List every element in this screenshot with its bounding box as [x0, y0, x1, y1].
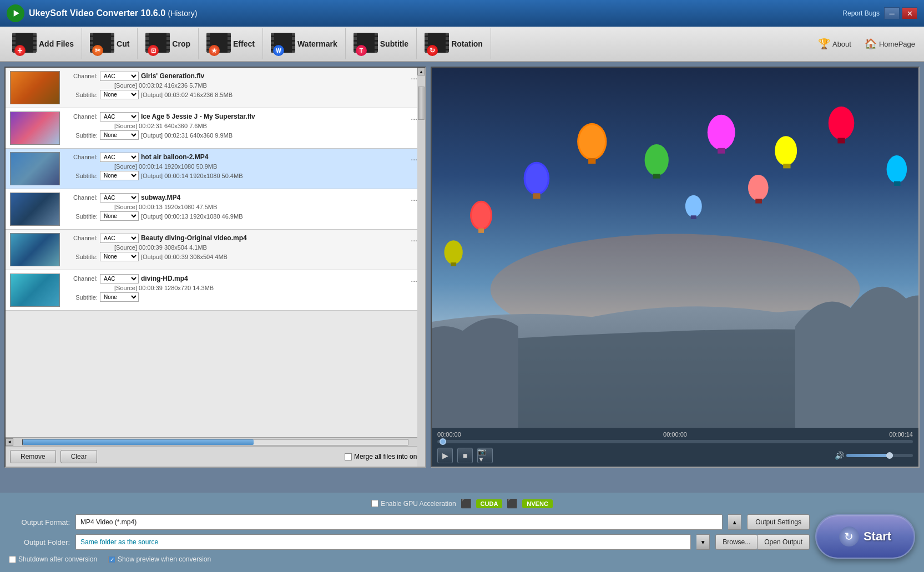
screenshot-button[interactable]: 📷▼: [477, 448, 493, 463]
playback-controls: ▶ ■ 📷▼ 🔊: [437, 448, 913, 463]
channel-select-1[interactable]: AAC: [100, 72, 139, 81]
file-meta-6: Channel: AAC diving-HD.mp4 [Source] 00:0…: [70, 274, 403, 303]
file-thumbnail-5: [10, 233, 60, 266]
channel-row-6: Channel: AAC diving-HD.mp4: [70, 274, 403, 284]
output-folder-field[interactable]: Same folder as the source: [75, 534, 691, 550]
gpu-label: Enable GPU Acceleration: [381, 500, 456, 508]
horizontal-scrollbar[interactable]: [22, 439, 408, 446]
nvidia-logo2-icon: ⬛: [507, 498, 518, 509]
channel-row-3: Channel: AAC hot air balloon-2.MP4: [70, 152, 403, 162]
merge-checkbox[interactable]: [345, 453, 352, 460]
shutdown-option: Shutdown after conversion: [9, 555, 97, 563]
svg-point-24: [748, 175, 769, 201]
channel-row-2: Channel: AAC Ice Age 5 Jessie J - My Sup…: [70, 112, 403, 122]
file-meta-2: Channel: AAC Ice Age 5 Jessie J - My Sup…: [70, 112, 403, 141]
rotation-button[interactable]: ↻ Rotation: [417, 28, 491, 59]
report-bugs-link[interactable]: Report Bugs: [842, 9, 880, 17]
channel-select-2[interactable]: AAC: [100, 112, 139, 122]
show-preview-checkbox[interactable]: [108, 556, 115, 563]
channel-select-5[interactable]: AAC: [100, 234, 139, 243]
channel-select-6[interactable]: AAC: [100, 274, 139, 284]
browse-button[interactable]: Browse...: [715, 534, 758, 550]
subtitle-icon: T: [356, 45, 367, 56]
source-info-4: [Source] 00:00:13 1920x1080 47.5MB: [114, 204, 217, 210]
file-item-1[interactable]: Channel: AAC Girls' Generation.flv [Sour…: [6, 68, 425, 108]
output-folder-dropdown-btn[interactable]: ▼: [696, 534, 710, 550]
close-button[interactable]: ✕: [902, 7, 917, 19]
start-label: Start: [864, 529, 891, 544]
start-icon: ↻: [839, 527, 859, 546]
svg-rect-25: [755, 199, 762, 203]
output-settings-button[interactable]: Output Settings: [747, 514, 810, 530]
minimize-button[interactable]: ─: [884, 7, 900, 19]
file-item-5[interactable]: Channel: AAC Beauty diving-Original vide…: [6, 230, 425, 270]
remove-button[interactable]: Remove: [10, 450, 56, 463]
stop-button[interactable]: ■: [457, 448, 473, 463]
merge-label: Merge all files into one: [354, 453, 421, 460]
filename-1: Girls' Generation.flv: [141, 71, 204, 81]
cut-button[interactable]: ✂ Cut: [82, 28, 138, 59]
title-bar: UkeySoft Video Converter 10.6.0 (History…: [0, 0, 924, 27]
output-format-field[interactable]: MP4 Video (*.mp4): [75, 514, 723, 530]
start-button[interactable]: ↻ Start: [815, 514, 915, 559]
app-title: UkeySoft Video Converter 10.6.0 (History…: [29, 8, 842, 18]
watermark-button[interactable]: W Watermark: [263, 28, 346, 59]
channel-select-4[interactable]: AAC: [100, 193, 139, 203]
effect-label: Effect: [233, 39, 255, 48]
channel-row-1: Channel: AAC Girls' Generation.flv: [70, 71, 403, 81]
file-meta-3: Channel: AAC hot air balloon-2.MP4 [Sour…: [70, 152, 403, 181]
subtitle-select-3[interactable]: None: [100, 171, 139, 180]
subtitle-select-1[interactable]: None: [100, 90, 139, 99]
merge-check-container: Merge all files into one: [345, 453, 421, 460]
svg-rect-27: [691, 215, 696, 219]
channel-row-5: Channel: AAC Beauty diving-Original vide…: [70, 233, 403, 243]
homepage-button[interactable]: 🏠 HomePage: [860, 36, 920, 52]
bottom-bar: Enable GPU Acceleration ⬛ CUDA ⬛ NVENC O…: [0, 493, 924, 572]
scroll-thumb[interactable]: [418, 87, 425, 120]
gpu-checkbox[interactable]: [371, 500, 378, 507]
vertical-scrollbar[interactable]: ▲: [417, 68, 425, 467]
subtitle-select-6[interactable]: None: [100, 292, 139, 302]
about-button[interactable]: 🏆 About: [814, 36, 856, 52]
subtitle-row-4: Subtitle: None [Output] 00:00:13 1920x10…: [70, 211, 403, 221]
add-files-button[interactable]: + Add Files: [4, 28, 82, 59]
svg-point-4: [472, 203, 490, 229]
subtitle-select-2[interactable]: None: [100, 130, 139, 140]
file-list-scroll[interactable]: Channel: AAC Girls' Generation.flv [Sour…: [6, 68, 425, 437]
subtitle-select-5[interactable]: None: [100, 252, 139, 261]
scissors-icon: ✂: [92, 45, 103, 56]
crop-button[interactable]: ⊡ Crop: [138, 28, 199, 59]
channel-select-3[interactable]: AAC: [100, 153, 139, 162]
subtitle-select-4[interactable]: None: [100, 211, 139, 221]
filename-6: diving-HD.mp4: [141, 274, 188, 284]
subtitle-button[interactable]: T Subtitle: [346, 28, 417, 59]
crop-icon: ⊡: [148, 45, 159, 56]
output-rows: Output Format: MP4 Video (*.mp4) ▲ Outpu…: [9, 514, 810, 550]
file-item-4[interactable]: Channel: AAC subway.MP4 [Source] 00:00:1…: [6, 189, 425, 230]
volume-bar[interactable]: [846, 454, 913, 457]
seek-bar[interactable]: [437, 440, 913, 443]
preview-image: [432, 68, 918, 428]
file-item-3[interactable]: Channel: AAC hot air balloon-2.MP4 [Sour…: [6, 149, 425, 189]
source-info-3: [Source] 00:00:14 1920x1080 50.9MB: [114, 163, 217, 170]
subtitle-row-1: Subtitle: None [Output] 00:03:02 416x236…: [70, 90, 403, 99]
file-item-6[interactable]: Channel: AAC diving-HD.mp4 [Source] 00:0…: [6, 270, 425, 311]
channel-row-4: Channel: AAC subway.MP4: [70, 193, 403, 203]
file-thumbnail-1: [10, 71, 60, 104]
svg-rect-23: [451, 262, 456, 266]
window-controls: ─ ✕: [884, 7, 917, 19]
source-info-5: [Source] 00:00:39 308x504 4.1MB: [114, 244, 207, 251]
cuda-badge: CUDA: [476, 499, 503, 508]
effect-button[interactable]: ★ Effect: [199, 28, 263, 59]
output-format-label: Output Format:: [9, 518, 70, 527]
open-output-button[interactable]: Open Output: [758, 534, 810, 550]
svg-rect-13: [653, 174, 660, 178]
output-info-3: [Output] 00:00:14 1920x1080 50.4MB: [141, 173, 243, 179]
file-item-2[interactable]: Channel: AAC Ice Age 5 Jessie J - My Sup…: [6, 108, 425, 149]
scroll-up-btn[interactable]: ▲: [417, 68, 425, 75]
output-format-dropdown-btn[interactable]: ▲: [728, 514, 741, 530]
play-button[interactable]: ▶: [437, 448, 453, 463]
shutdown-checkbox[interactable]: [9, 556, 16, 563]
clear-button[interactable]: Clear: [60, 450, 98, 463]
scroll-left-btn[interactable]: ◄: [6, 438, 13, 446]
